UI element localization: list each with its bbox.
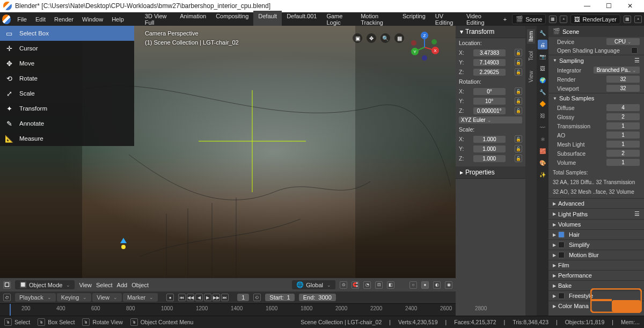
workspace-tab[interactable]: 3D View Full <box>140 11 175 28</box>
vp-menu-object[interactable]: Object <box>131 282 149 288</box>
lock-rot-z[interactable]: 🔓 <box>515 107 522 114</box>
props-tab-8[interactable]: 〰 <box>538 122 547 132</box>
editor-type-button[interactable]: 🔳 <box>3 281 11 289</box>
sampling-section-header[interactable]: ▼Sampling☰ <box>548 55 644 65</box>
rot-x[interactable]: 0° <box>473 88 506 95</box>
close-button[interactable]: ✕ <box>619 0 641 12</box>
scale-y[interactable]: 1.000 <box>473 145 506 152</box>
mode-selector[interactable]: 🔲 Object Mode <box>15 280 75 289</box>
vp-menu-view[interactable]: View <box>79 282 92 288</box>
rotation-mode[interactable]: XYZ Euler <box>459 116 522 123</box>
timeline-ruler[interactable]: 2004006008001000120014001600180020002200… <box>0 303 456 316</box>
render-samples[interactable]: 32 <box>606 76 640 83</box>
props-tab-5[interactable]: 🔧 <box>538 87 547 97</box>
shading-rendered-button[interactable]: ◉ <box>445 281 452 289</box>
vp-menu-add[interactable]: Add <box>117 282 128 288</box>
vp-menu-select[interactable]: Select <box>96 282 113 288</box>
scale-z[interactable]: 1.000 <box>473 155 506 162</box>
lock-scale-x[interactable]: 🔓 <box>515 135 522 143</box>
workspace-tab[interactable]: Scripting <box>398 11 430 28</box>
snap-button[interactable]: 🧲 <box>352 281 359 289</box>
jump-start-button[interactable]: ⏮ <box>178 294 186 301</box>
loc-z[interactable]: 2.29625 <box>473 69 506 76</box>
props-section-performance[interactable]: ▶Performance <box>548 270 644 280</box>
subsample-subsurface[interactable]: 2 <box>606 150 640 157</box>
workspace-tab[interactable]: Default.001 <box>282 11 321 28</box>
loc-x[interactable]: 3.47383 <box>473 49 506 56</box>
lock-rot-x[interactable]: 🔓 <box>515 88 522 95</box>
props-tab-4[interactable]: 🌍 <box>538 75 547 85</box>
tool-measure[interactable]: 📐Measure <box>0 131 134 146</box>
osl-checkbox[interactable] <box>631 47 638 54</box>
layer-browse-button[interactable]: ▦ <box>624 16 631 23</box>
tool-select-box[interactable]: ▭Select Box <box>0 26 134 41</box>
jump-prev-key-button[interactable]: ◀◀ <box>187 294 194 301</box>
subsample-volume[interactable]: 1 <box>606 159 640 166</box>
section-checkbox[interactable] <box>558 252 565 258</box>
workspace-tab[interactable]: Video Editing <box>462 11 498 28</box>
preset-icon[interactable]: ☰ <box>634 57 640 64</box>
jump-next-key-button[interactable]: ▶▶ <box>213 294 220 301</box>
tl-menu-view[interactable]: View <box>92 293 122 302</box>
3d-viewport[interactable]: ▭Select Box✛Cursor✥Move⟲Rotate⤢Scale✦Tra… <box>0 26 456 278</box>
tool-cursor[interactable]: ✛Cursor <box>0 41 134 56</box>
lock-scale-z[interactable]: 🔓 <box>515 155 522 162</box>
subsample-glossy[interactable]: 2 <box>606 113 640 120</box>
subsample-mesh-light[interactable]: 1 <box>606 141 640 148</box>
props-tab-11[interactable]: 🎨 <box>538 158 547 167</box>
props-tab-7[interactable]: ⛓ <box>538 111 547 120</box>
lock-scale-y[interactable]: 🔓 <box>515 145 522 152</box>
menu-file[interactable]: File <box>13 15 31 24</box>
camera-view-button[interactable]: ▣ <box>353 33 362 43</box>
menu-help[interactable]: Help <box>107 15 128 24</box>
shading-wire-button[interactable]: ○ <box>409 281 417 289</box>
props-section-advanced[interactable]: ▶Advanced <box>548 198 644 208</box>
preview-range-button[interactable]: ⏲ <box>253 294 261 301</box>
jump-end-button[interactable]: ⏭ <box>221 294 229 301</box>
workspace-tab[interactable]: Motion Tracking <box>356 11 398 28</box>
pan-button[interactable]: ✥ <box>367 33 376 43</box>
tool-move[interactable]: ✥Move <box>0 56 134 71</box>
proportional-button[interactable]: ◔ <box>363 281 371 289</box>
lock-rot-y[interactable]: 🔓 <box>515 97 522 105</box>
tool-transform[interactable]: ✦Transform <box>0 101 134 116</box>
scene-new-button[interactable]: + <box>560 16 567 23</box>
props-tab-12[interactable]: ✨ <box>538 170 547 179</box>
props-tab-3[interactable]: 🖼 <box>538 63 547 73</box>
workspace-tab[interactable]: Compositing <box>211 11 253 28</box>
menu-edit[interactable]: Edit <box>31 15 50 24</box>
play-button[interactable]: ▶ <box>204 294 211 301</box>
shading-solid-button[interactable]: ● <box>421 281 429 289</box>
menu-window[interactable]: Window <box>78 15 107 24</box>
current-frame[interactable]: 1 <box>237 294 249 301</box>
autokey-button[interactable]: ● <box>166 294 174 301</box>
section-checkbox[interactable] <box>558 242 565 248</box>
start-frame[interactable]: Start: 1 <box>265 294 294 301</box>
workspace-tab[interactable]: Game Logic <box>321 11 356 28</box>
section-checkbox[interactable] <box>558 293 565 299</box>
props-section-hair[interactable]: ▶Hair <box>548 229 644 239</box>
tl-menu-marker[interactable]: Marker <box>123 293 158 302</box>
props-tab-1[interactable]: 🖨 <box>538 40 547 49</box>
renderlayer-selector[interactable]: 🖼 RenderLayer <box>570 14 620 24</box>
tool-rotate[interactable]: ⟲Rotate <box>0 71 134 86</box>
menu-render[interactable]: Render <box>50 15 78 24</box>
timeline-editor-type-button[interactable]: ⏱ <box>3 294 11 301</box>
subsample-transmission[interactable]: 1 <box>606 122 640 129</box>
tl-menu-playback[interactable]: Playback <box>15 293 56 302</box>
scale-x[interactable]: 1.000 <box>473 136 506 143</box>
props-tab-6[interactable]: 🔶 <box>538 99 547 108</box>
transform-panel-header[interactable]: ▾ Transform <box>456 26 525 38</box>
props-section-film[interactable]: ▶Film <box>548 260 644 270</box>
n-tab-tool[interactable]: Tool <box>527 49 535 63</box>
lock-loc-z[interactable]: 🔓 <box>515 68 522 76</box>
minimize-button[interactable]: — <box>576 0 598 12</box>
n-tab-view[interactable]: View <box>527 69 535 85</box>
props-tab-2[interactable]: 📷 <box>538 52 547 61</box>
tl-menu-keying[interactable]: Keying <box>57 293 92 302</box>
workspace-tab[interactable]: Animation <box>175 11 211 28</box>
lock-loc-y[interactable]: 🔓 <box>515 59 522 66</box>
viewport-samples[interactable]: 32 <box>606 85 640 92</box>
workspace-tab[interactable]: Default <box>253 11 282 28</box>
properties-panel-header[interactable]: ▸ Properties <box>456 166 525 179</box>
